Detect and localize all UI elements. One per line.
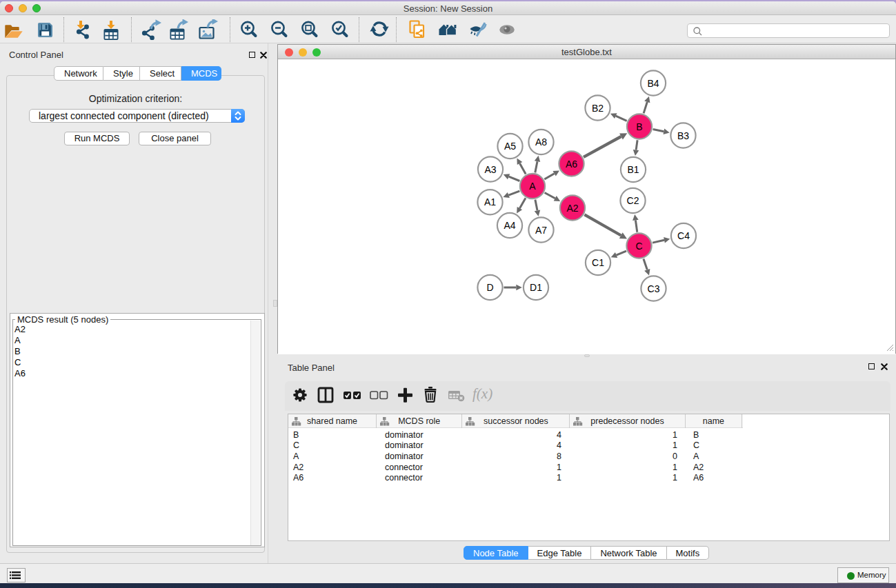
svg-text:C: C xyxy=(635,241,642,252)
svg-text:A1: A1 xyxy=(484,196,496,207)
svg-text:A5: A5 xyxy=(504,141,516,152)
svg-text:A7: A7 xyxy=(535,225,547,236)
svg-text:A2: A2 xyxy=(566,203,578,214)
svg-text:C2: C2 xyxy=(627,195,639,206)
svg-text:B1: B1 xyxy=(627,164,639,175)
svg-text:C4: C4 xyxy=(677,230,690,241)
svg-text:D: D xyxy=(486,282,493,293)
svg-text:B2: B2 xyxy=(592,103,604,114)
svg-text:D1: D1 xyxy=(530,282,542,293)
svg-text:A: A xyxy=(529,181,536,192)
svg-text:B4: B4 xyxy=(647,78,659,89)
svg-text:B: B xyxy=(636,121,642,132)
svg-text:A4: A4 xyxy=(504,220,515,231)
svg-text:C3: C3 xyxy=(648,283,660,294)
svg-text:C1: C1 xyxy=(592,257,604,268)
svg-text:B3: B3 xyxy=(677,130,689,141)
svg-text:A6: A6 xyxy=(566,159,577,170)
svg-text:A8: A8 xyxy=(535,136,547,148)
svg-text:A3: A3 xyxy=(484,164,496,175)
